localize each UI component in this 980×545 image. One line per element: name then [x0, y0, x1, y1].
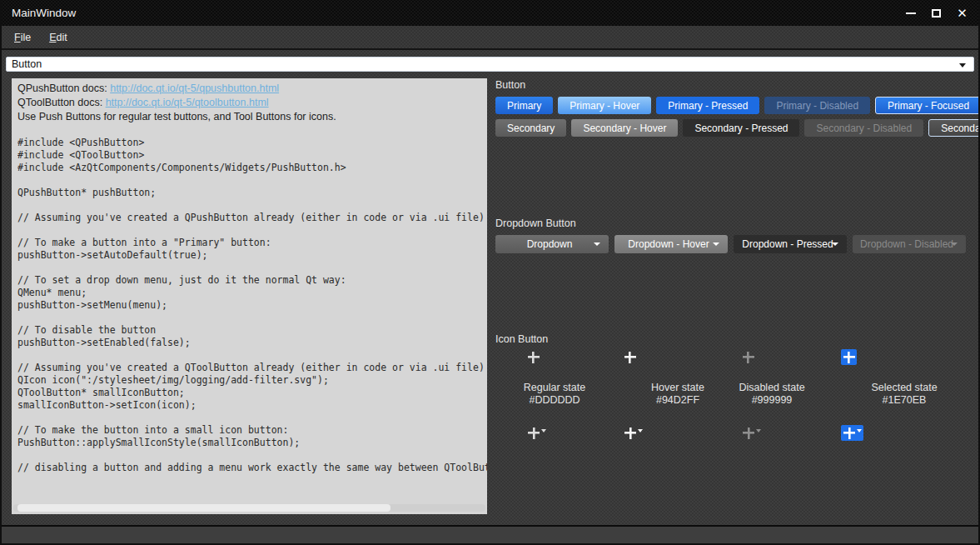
- doc-line: QToolButton docs: http://doc.qt.io/qt-5/…: [17, 96, 487, 110]
- plus-icon: [743, 352, 754, 363]
- chevron-down-icon: [832, 242, 838, 246]
- code-line: // To set a drop down menu, just do it t…: [17, 274, 487, 287]
- window-title: MainWindow: [0, 7, 76, 19]
- primary-button-pressed[interactable]: Primary - Pressed: [656, 97, 759, 114]
- chevron-down-icon: [541, 429, 546, 432]
- code-line: [17, 262, 487, 274]
- code-line: [17, 124, 487, 137]
- icon-button-regular[interactable]: [525, 349, 541, 365]
- secondary-button-hover[interactable]: Secondary - Hover: [571, 119, 678, 137]
- doc-link[interactable]: http://doc.qt.io/qt-5/qpushbutton.html: [110, 82, 279, 94]
- doc-text: QPushButton docs: http://doc.qt.io/qt-5/…: [17, 82, 487, 474]
- main-window: MainWindow ✕ FileEdit Button QPushButton…: [0, 0, 980, 545]
- code-line: QMenu* menu;: [17, 287, 487, 299]
- icon-state-label: Selected state: [842, 382, 967, 394]
- chevron-down-icon: [638, 429, 643, 432]
- icon-hex-label: #DDDDDD: [492, 394, 617, 407]
- gallery-page-combobox[interactable]: Button: [6, 57, 974, 72]
- dropdown-section-label: Dropdown Button: [495, 218, 576, 229]
- horizontal-scrollbar[interactable]: [13, 504, 485, 512]
- plus-icon: [624, 352, 636, 363]
- icon-menu-button-hoverst[interactable]: [622, 425, 644, 441]
- icon-section-label: Icon Button: [495, 333, 548, 345]
- menu-item-file[interactable]: File: [5, 28, 40, 48]
- minimize-button[interactable]: [898, 0, 923, 26]
- code-line: PushButton::applySmallIconStyle(smallIco…: [17, 437, 487, 449]
- button-section-label: Button: [495, 79, 525, 91]
- code-line: pushButton->setMenu(menu);: [17, 299, 487, 312]
- code-line: // Assuming you've created a QToolButton…: [17, 362, 487, 374]
- doc-link[interactable]: http://doc.qt.io/qt-5/qtoolbutton.html: [106, 97, 269, 108]
- code-line: [17, 349, 487, 362]
- plus-icon: [743, 428, 754, 439]
- code-line: smallIconButton->setIcon(icon);: [17, 399, 487, 412]
- plus-icon: [528, 352, 540, 363]
- chevron-down-icon: [951, 242, 958, 246]
- chevron-down-icon: [756, 429, 761, 432]
- code-line: pushButton->setAutoDefault(true);: [17, 249, 487, 262]
- dropdown-button-row: DropdownDropdown - HoverDropdown - Press…: [495, 235, 966, 253]
- icon-menu-button-regular[interactable]: [525, 425, 548, 441]
- plus-icon: [843, 428, 855, 439]
- icon-state-label: Disabled state: [709, 382, 834, 394]
- doc-line: QPushButton docs: http://doc.qt.io/qt-5/…: [17, 82, 487, 96]
- minimize-icon: [906, 12, 916, 14]
- code-line: [17, 174, 487, 187]
- close-button[interactable]: ✕: [949, 0, 975, 26]
- code-line: // disabling a button and adding a menu …: [17, 462, 487, 474]
- primary-button-disabled: Primary - Disabled: [764, 97, 870, 114]
- title-bar[interactable]: MainWindow ✕: [0, 0, 980, 26]
- code-line: // To disable the button: [17, 324, 487, 337]
- menu-item-edit[interactable]: Edit: [40, 28, 77, 48]
- chevron-down-icon: [857, 429, 862, 432]
- secondary-button-row: SecondarySecondary - HoverSecondary - Pr…: [495, 119, 980, 137]
- dropdown-button-pressed[interactable]: Dropdown - Pressed: [734, 235, 847, 253]
- chevron-down-icon: [959, 63, 966, 68]
- code-line: [17, 412, 487, 424]
- icon-hex-label: #1E70EB: [842, 394, 967, 407]
- combobox-value: Button: [7, 58, 42, 70]
- code-line: // To make a button into a "Primary" but…: [17, 237, 487, 249]
- maximize-icon: [932, 9, 941, 18]
- primary-button-hover[interactable]: Primary - Hover: [558, 97, 651, 114]
- chevron-down-icon: [594, 242, 600, 246]
- secondary-button-focused[interactable]: Secondary - Focused: [928, 119, 980, 137]
- code-line: [17, 449, 487, 462]
- plus-icon: [624, 428, 636, 439]
- dropdown-button-disabled: Dropdown - Disabled: [853, 235, 966, 253]
- maximize-button[interactable]: [923, 0, 949, 26]
- close-icon: ✕: [957, 7, 968, 19]
- code-line: #include <AzQtComponents/Components/Widg…: [17, 162, 487, 174]
- icon-menu-button-selected[interactable]: [841, 425, 863, 441]
- secondary-button-pressed[interactable]: Secondary - Pressed: [683, 119, 799, 137]
- menu-bar: FileEdit: [0, 26, 980, 50]
- plus-icon: [528, 428, 540, 439]
- code-line: // To make the button into a small icon …: [17, 424, 487, 437]
- icon-state-label: Regular state: [492, 382, 617, 394]
- dropdown-button-normal[interactable]: Dropdown: [495, 235, 609, 253]
- window-controls: ✕: [898, 0, 975, 26]
- code-line: // Assuming you've created a QPushButton…: [17, 212, 487, 224]
- status-bar: [0, 525, 980, 543]
- icon-menu-button-disabledst: [740, 425, 763, 441]
- secondary-button-normal[interactable]: Secondary: [495, 119, 566, 137]
- code-line: [17, 199, 487, 212]
- doc-text-area[interactable]: QPushButton docs: http://doc.qt.io/qt-5/…: [12, 78, 487, 514]
- primary-button-normal[interactable]: Primary: [495, 97, 553, 114]
- code-line: pushButton->setEnabled(false);: [17, 337, 487, 349]
- code-line: QPushButton* pushButton;: [17, 187, 487, 199]
- primary-button-row: PrimaryPrimary - HoverPrimary - PressedP…: [495, 97, 980, 114]
- scrollbar-thumb[interactable]: [17, 504, 391, 512]
- icon-button-hoverst[interactable]: [622, 349, 638, 365]
- code-line: #include <QPushButton>: [17, 137, 487, 149]
- icon-button-disabledst: [740, 349, 756, 365]
- dropdown-button-hover[interactable]: Dropdown - Hover: [614, 235, 728, 253]
- plus-icon: [843, 352, 855, 363]
- code-line: [17, 224, 487, 237]
- primary-button-focused[interactable]: Primary - Focused: [875, 97, 980, 114]
- doc-line: Use Push Buttons for regular test button…: [17, 110, 487, 124]
- chevron-down-icon: [713, 242, 719, 246]
- icon-button-selected[interactable]: [841, 349, 857, 365]
- code-line: [17, 312, 487, 324]
- code-line: QIcon icon(":/stylesheet/img/logging/add…: [17, 374, 487, 387]
